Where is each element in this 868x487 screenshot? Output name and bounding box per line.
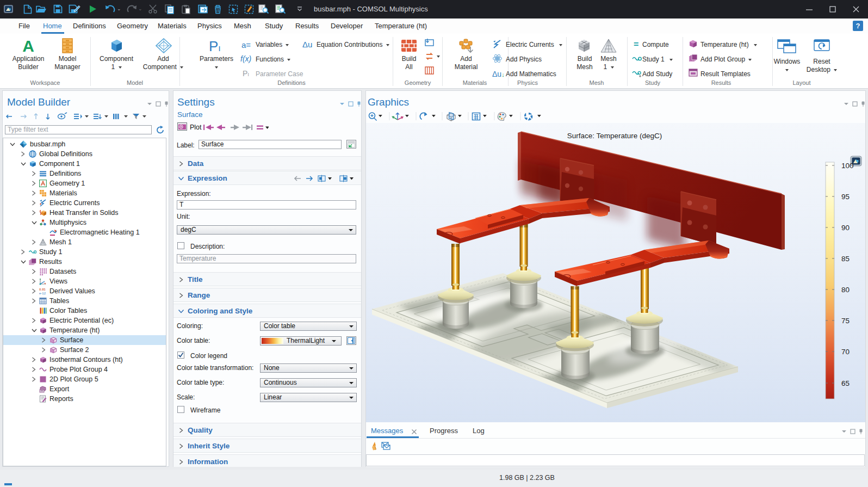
svg-text:8.85: 8.85	[39, 288, 46, 291]
svg-text:75: 75	[841, 317, 850, 325]
svg-text:85: 85	[841, 255, 850, 263]
svg-text:70: 70	[841, 348, 850, 356]
svg-text:e-12: e-12	[39, 292, 46, 295]
svg-text:100: 100	[841, 162, 854, 170]
svg-text:90: 90	[841, 224, 850, 232]
svg-text:80: 80	[841, 286, 850, 294]
svg-text:95: 95	[841, 193, 850, 201]
svg-text:Surface: Temperature (degC): Surface: Temperature (degC)	[567, 132, 662, 140]
svg-text:65: 65	[841, 379, 850, 387]
